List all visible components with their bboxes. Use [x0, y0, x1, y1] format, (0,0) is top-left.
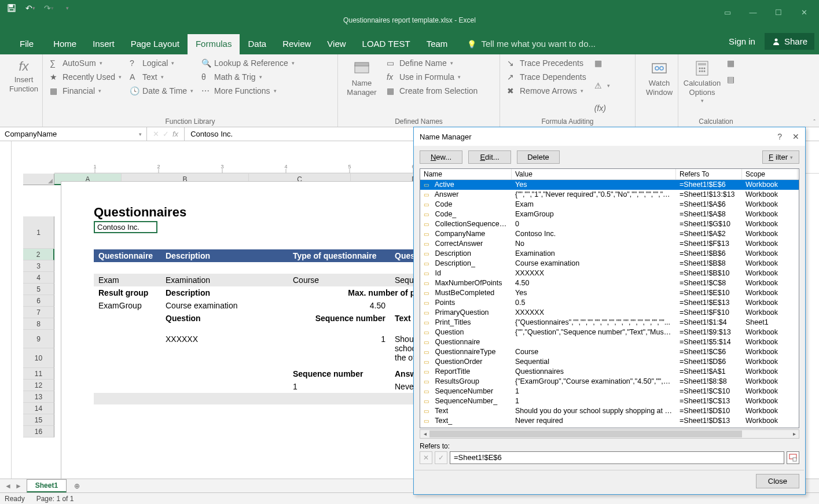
active-cell[interactable]: Contoso Inc. — [94, 221, 157, 233]
text-button[interactable]: AText▾ — [126, 71, 197, 83]
name-row[interactable]: Question{"","Question","Sequence number"… — [420, 328, 799, 337]
name-row[interactable]: QuestionnaireTypeCourse=Sheet1!$C$6Workb… — [420, 347, 799, 357]
name-row[interactable]: TextShould you do your school supply sho… — [420, 406, 799, 416]
trace-precedents-button[interactable]: ↘Trace Precedents — [504, 57, 590, 69]
tab-team[interactable]: Team — [418, 34, 456, 54]
name-row[interactable]: PrimaryQuestionXXXXXX=Sheet1!$F$10Workbo… — [420, 308, 799, 318]
maximize-icon[interactable]: ☐ — [766, 3, 791, 21]
dialog-help-icon[interactable]: ? — [777, 132, 782, 141]
ribbon-display-icon[interactable]: ▭ — [715, 3, 740, 21]
use-in-formula-button[interactable]: fxUse in Formula▾ — [383, 71, 481, 83]
autosum-button[interactable]: ∑AutoSum▾ — [46, 57, 125, 69]
edit-name-button[interactable]: Edit... — [468, 150, 511, 164]
define-name-button[interactable]: ▭Define Name▾ — [383, 57, 481, 69]
error-checking-icon[interactable]: ⚠▾ — [591, 79, 614, 92]
fx-icon[interactable]: fx — [172, 130, 178, 138]
list-header[interactable]: Name Value Refers To Scope — [420, 169, 799, 180]
redo-icon[interactable]: ↷▾ — [41, 2, 57, 14]
name-box[interactable]: CompanyName▾ — [0, 127, 147, 141]
name-row[interactable]: Questionnaire=Sheet1!$5:$14Workbook — [420, 337, 799, 347]
minimize-icon[interactable]: — — [740, 3, 766, 21]
name-row[interactable]: QuestionOrderSequential=Sheet1!$D$6Workb… — [420, 357, 799, 367]
evaluate-formula-icon[interactable]: (fx) — [591, 102, 614, 115]
tab-view[interactable]: View — [319, 34, 354, 54]
lookup-reference-button[interactable]: 🔍Lookup & Reference▾ — [198, 57, 298, 69]
refers-cancel-icon[interactable]: ✕ — [420, 451, 432, 464]
tab-file[interactable]: File — [8, 34, 45, 54]
dialog-close-icon[interactable]: ✕ — [792, 132, 799, 141]
name-row[interactable]: Points0.5=Sheet1!$E$13Workbook — [420, 298, 799, 308]
range-picker-icon[interactable] — [787, 451, 799, 464]
name-row[interactable]: CodeExam=Sheet1!$A$6Workbook — [420, 200, 799, 209]
calculate-now-icon[interactable]: ▦ — [723, 57, 740, 69]
name-row[interactable]: Description_Course examination=Sheet1!$B… — [420, 259, 799, 268]
name-row[interactable]: SequenceNumber1=Sheet1!$C$10Workbook — [420, 387, 799, 396]
dialog-titlebar[interactable]: Name Manager ? ✕ — [414, 127, 805, 146]
svg-rect-2 — [9, 9, 14, 11]
sign-in-link[interactable]: Sign in — [729, 36, 755, 46]
dialog-close-button[interactable]: Close — [756, 474, 799, 488]
filter-button[interactable]: Filter▾ — [762, 150, 799, 164]
save-icon[interactable] — [3, 2, 20, 14]
tell-me-search[interactable]: Tell me what you want to do... — [467, 39, 596, 54]
close-icon[interactable]: ✕ — [791, 3, 817, 21]
name-row[interactable]: CorrectAnswerNo=Sheet1!$F$13Workbook — [420, 239, 799, 249]
tab-home[interactable]: Home — [45, 34, 85, 54]
refers-accept-icon[interactable]: ✓ — [435, 451, 447, 464]
math-trig-button[interactable]: θMath & Trig▾ — [198, 71, 298, 83]
tab-page-layout[interactable]: Page Layout — [123, 34, 188, 54]
tab-formulas[interactable]: Formulas — [188, 34, 240, 54]
name-row[interactable]: MustBeCompletedYes=Sheet1!$E$10Workbook — [420, 288, 799, 298]
delete-name-button[interactable]: Delete — [517, 150, 560, 164]
name-row[interactable]: CompanyNameContoso Inc.=Sheet1!$A$2Workb… — [420, 229, 799, 239]
name-row[interactable]: ActiveYes=Sheet1!$E$6Workbook — [420, 180, 799, 190]
sheet-nav-prev-icon[interactable]: ◄ — [5, 482, 12, 490]
name-row[interactable]: MaxNumberOfPoints4.50=Sheet1!$C$8Workboo… — [420, 278, 799, 288]
tab-load-test[interactable]: LOAD TEST — [354, 34, 418, 54]
new-sheet-button[interactable]: ⊕ — [70, 482, 84, 490]
tab-insert[interactable]: Insert — [85, 34, 123, 54]
financial-button[interactable]: ▦Financial▾ — [46, 84, 125, 97]
name-row[interactable]: Print_Titles{"Questionnaires","","","","… — [420, 318, 799, 328]
undo-icon[interactable]: ↶▾ — [22, 2, 38, 14]
name-row[interactable]: SequenceNumber_1=Sheet1!$C$13Workbook — [420, 396, 799, 406]
name-row[interactable]: CollectionSequenceNu...0=Sheet1!$G$10Wor… — [420, 219, 799, 229]
name-row[interactable]: Answer{"","","1","Never required","0.5",… — [420, 190, 799, 200]
refers-to-input[interactable]: =Sheet1!$E$6 — [450, 451, 784, 464]
name-row[interactable]: DescriptionExamination=Sheet1!$B$6Workbo… — [420, 249, 799, 259]
recently-used-button[interactable]: ★Recently Used▾ — [46, 71, 125, 83]
tab-data[interactable]: Data — [240, 34, 274, 54]
cancel-formula-icon[interactable]: ✕ — [153, 130, 159, 138]
calculate-sheet-icon[interactable]: ▤ — [723, 73, 740, 86]
name-manager-button[interactable]: Name Manager — [341, 57, 382, 115]
list-hscroll[interactable]: ◂▸ — [420, 429, 799, 439]
remove-arrows-button[interactable]: ✖Remove Arrows▾ — [504, 84, 590, 97]
qat-customize-icon[interactable]: ▾ — [59, 2, 75, 14]
name-row[interactable]: IdXXXXXX=Sheet1!$B$10Workbook — [420, 268, 799, 278]
collapse-ribbon-icon[interactable]: ˆ — [813, 119, 816, 126]
names-list[interactable]: Name Value Refers To Scope ActiveYes=She… — [420, 168, 799, 428]
insert-function-button[interactable]: fxInsert Function — [3, 57, 44, 94]
svg-point-8 — [660, 67, 663, 70]
new-name-button[interactable]: New... — [420, 150, 462, 164]
logical-button[interactable]: ?Logical▾ — [126, 57, 197, 69]
sheet-tab[interactable]: Sheet1 — [27, 479, 67, 492]
svg-point-7 — [655, 67, 659, 70]
name-row[interactable]: Code_ExamGroup=Sheet1!$A$8Workbook — [420, 209, 799, 219]
calculation-options-button[interactable]: Calculation Options▾ — [682, 57, 722, 115]
watch-window-button[interactable]: Watch Window — [639, 57, 680, 97]
name-row[interactable]: ReportTitleQuestionnaires=Sheet1!$A$1Wor… — [420, 367, 799, 377]
create-from-selection-button[interactable]: ▦Create from Selection — [383, 84, 481, 97]
share-button[interactable]: Share — [765, 33, 814, 50]
show-formulas-icon[interactable]: ▦ — [591, 57, 614, 69]
tab-review[interactable]: Review — [274, 34, 319, 54]
enter-formula-icon[interactable]: ✓ — [163, 130, 169, 138]
trace-dependents-button[interactable]: ↗Trace Dependents — [504, 71, 590, 83]
name-row[interactable]: Text_Never required=Sheet1!$D$13Workbook — [420, 416, 799, 426]
more-functions-button[interactable]: ⋯More Functions▾ — [198, 84, 298, 97]
date-time-button[interactable]: 🕓Date & Time▾ — [126, 84, 197, 97]
name-row[interactable]: ResultsGroup{"ExamGroup","Course examina… — [420, 377, 799, 387]
row-headers[interactable]: 1 2 3 4 5 6 7 8 9 10 11 12 13 14 15 16 — [23, 216, 54, 437]
select-all-button[interactable] — [23, 174, 54, 185]
sheet-nav-next-icon[interactable]: ► — [15, 482, 22, 490]
